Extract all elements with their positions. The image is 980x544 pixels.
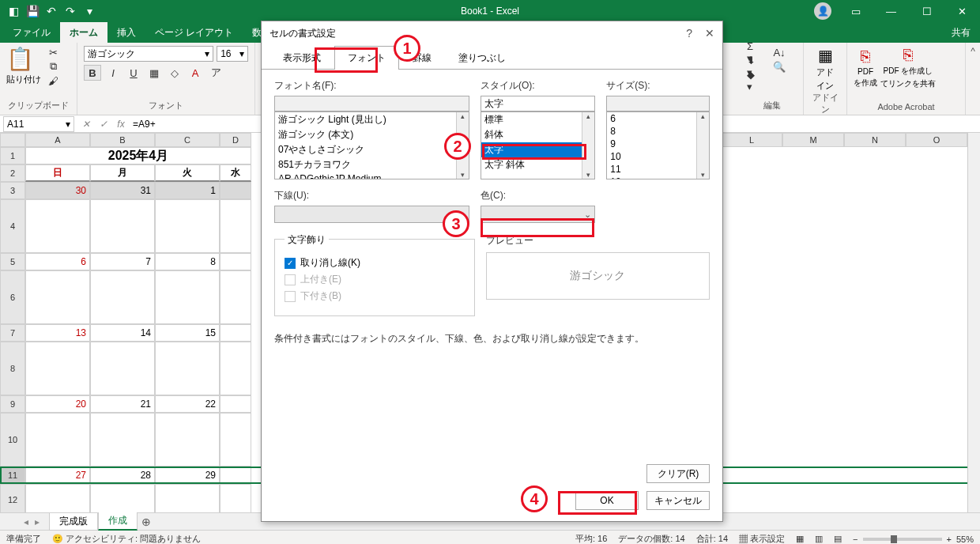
row-header[interactable]: 3 [0, 182, 25, 199]
list-item[interactable]: 太字 斜体 [481, 157, 594, 172]
cell[interactable] [25, 270, 90, 324]
cancel-formula-icon[interactable]: ✕ [77, 119, 95, 130]
cell[interactable] [220, 342, 251, 395]
row-header[interactable]: 5 [0, 253, 25, 270]
redo-icon[interactable]: ↷ [63, 4, 77, 18]
cell[interactable] [155, 484, 220, 512]
fx-icon[interactable]: fx [112, 119, 130, 130]
cell[interactable] [155, 342, 220, 395]
vertical-scrollbar[interactable] [967, 133, 980, 512]
cell-title[interactable]: 2025年4月 [25, 147, 251, 164]
list-item[interactable]: 851チカラヨワク [275, 157, 469, 172]
cell[interactable] [220, 270, 251, 324]
fill-color-button[interactable]: ◇ [166, 65, 183, 81]
cell[interactable] [25, 199, 90, 253]
tab-insert[interactable]: 挿入 [107, 22, 145, 43]
cell[interactable]: 14 [90, 324, 155, 342]
underline-dropdown[interactable]: ⌄ [274, 206, 469, 223]
name-box[interactable]: A11▾ [3, 116, 74, 132]
view-normal-icon[interactable]: ▦ [796, 534, 804, 544]
cancel-button[interactable]: キャンセル [646, 491, 710, 510]
zoom-slider[interactable]: −+55% [853, 535, 974, 544]
font-size-list[interactable]: 6 8 9 10 11 12 ▴▾ [606, 111, 710, 179]
cell[interactable] [90, 342, 155, 395]
paste-button[interactable]: 📋 貼り付け [6, 46, 41, 85]
col-header[interactable]: A [25, 133, 90, 147]
cell[interactable]: 7 [90, 253, 155, 270]
minimize-button[interactable]: — [873, 0, 909, 22]
add-sheet-button[interactable]: ⊕ [138, 516, 155, 528]
cell[interactable]: 13 [25, 324, 90, 342]
display-settings-button[interactable]: ▦ 表示設定 [739, 533, 785, 544]
cell[interactable]: 15 [155, 324, 220, 342]
font-name-combo[interactable]: 游ゴシック▾ [84, 46, 213, 62]
cell[interactable]: 30 [25, 182, 90, 199]
help-icon[interactable]: ? [686, 27, 692, 40]
tab-file[interactable]: ファイル [3, 22, 60, 43]
list-scrollbar[interactable]: ▴▾ [582, 112, 594, 179]
sheet-tab[interactable]: 完成版 [49, 513, 98, 531]
list-item[interactable]: AR ADGothicJP Medium [275, 172, 469, 179]
cell[interactable]: 6 [25, 253, 90, 270]
cell[interactable]: 22 [155, 395, 220, 413]
qat-dropdown-icon[interactable]: ▾ [82, 4, 96, 18]
zoom-out-icon[interactable]: − [853, 535, 858, 544]
font-style-input[interactable] [481, 96, 595, 111]
border-button[interactable]: ▦ [145, 65, 163, 81]
list-item[interactable]: 游ゴシック (本文) [275, 127, 469, 142]
save-icon[interactable]: 💾 [25, 4, 40, 18]
cell[interactable]: 8 [155, 253, 220, 270]
underline-button[interactable]: U [125, 65, 142, 81]
bold-button[interactable]: B [84, 65, 101, 81]
cell[interactable] [220, 413, 251, 467]
share-button[interactable]: 共有 [942, 22, 980, 43]
col-header[interactable]: L [721, 133, 782, 147]
cell[interactable] [25, 413, 90, 467]
row-header[interactable]: 11 [0, 467, 25, 484]
cell[interactable] [90, 270, 155, 324]
cell[interactable] [90, 413, 155, 467]
list-item[interactable]: 11 [607, 163, 709, 176]
enter-formula-icon[interactable]: ✓ [95, 119, 112, 130]
sheet-tab-active[interactable]: 作成 [98, 512, 138, 531]
row-header[interactable]: 10 [0, 413, 25, 467]
cell[interactable] [220, 199, 251, 253]
copy-icon[interactable]: ⧉ [46, 60, 60, 73]
list-item-selected[interactable]: 太字 [481, 142, 594, 157]
clear-icon[interactable]: ◆ ▾ [747, 74, 761, 87]
collapse-ribbon-icon[interactable]: ^ [966, 43, 980, 115]
cut-icon[interactable]: ✂ [46, 46, 60, 59]
cell[interactable]: 水 [220, 164, 251, 182]
cell-active[interactable]: 27 [25, 467, 90, 484]
cell[interactable] [90, 199, 155, 253]
font-color-dropdown[interactable]: ⌄ [481, 206, 595, 223]
phonetic-button[interactable]: ア [207, 65, 224, 81]
cell[interactable]: 28 [90, 467, 155, 484]
ok-button[interactable]: OK [575, 491, 639, 510]
view-page-break-icon[interactable]: ▤ [834, 534, 842, 544]
cell[interactable] [220, 324, 251, 342]
list-item[interactable]: 游ゴシック Light (見出し) [275, 112, 469, 127]
accessibility-status[interactable]: 🙂 アクセシビリティ: 問題ありません [52, 533, 201, 544]
create-pdf-button[interactable]: ⎘ PDF を作成 [854, 47, 877, 89]
font-style-list[interactable]: 標準 斜体 太字 太字 斜体 ▴▾ [481, 111, 595, 179]
dialog-tab-font[interactable]: フォント [334, 46, 399, 70]
row-header[interactable]: 1 [0, 147, 25, 164]
italic-button[interactable]: I [104, 65, 122, 81]
strikethrough-checkbox[interactable]: ✓取り消し線(K) [285, 256, 465, 270]
list-item[interactable]: 標準 [481, 112, 594, 127]
close-button[interactable]: ✕ [944, 0, 980, 22]
list-item[interactable]: 斜体 [481, 127, 594, 142]
row-header[interactable]: 12 [0, 484, 25, 512]
cell[interactable] [90, 484, 155, 512]
cell[interactable] [220, 467, 251, 484]
dialog-tab-border[interactable]: 罫線 [399, 46, 445, 70]
maximize-button[interactable]: ☐ [909, 0, 944, 22]
tab-page-layout[interactable]: ページ レイアウト [145, 22, 243, 43]
sheet-nav-prev-icon[interactable]: ◂ [24, 516, 28, 527]
list-scrollbar[interactable]: ▴▾ [456, 112, 469, 179]
row-header[interactable]: 8 [0, 342, 25, 395]
list-item[interactable]: 07やさしさゴシック [275, 142, 469, 157]
cell[interactable]: 火 [155, 164, 220, 182]
cell[interactable]: 20 [25, 395, 90, 413]
